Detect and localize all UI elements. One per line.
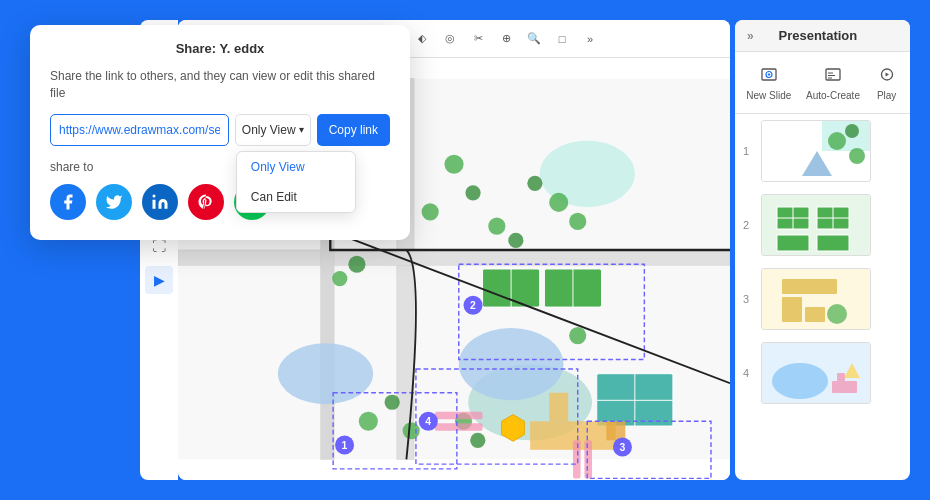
svg-point-8 (278, 343, 373, 404)
slide-thumb-3 (761, 268, 871, 330)
toolbar-add[interactable]: ⊕ (494, 27, 518, 51)
modal-title: Share: Y. eddx (50, 41, 390, 56)
svg-rect-79 (782, 279, 837, 294)
svg-point-89 (153, 194, 156, 197)
svg-point-82 (827, 304, 847, 324)
svg-rect-86 (837, 373, 845, 381)
svg-point-30 (332, 271, 347, 286)
slide-item-2[interactable]: 2 (735, 188, 910, 262)
slide-item-1[interactable]: 1 (735, 114, 910, 188)
auto-create-label: Auto-Create (806, 90, 860, 101)
copy-link-button[interactable]: Copy link (317, 114, 390, 146)
panel-title: Presentation (778, 28, 857, 43)
svg-rect-80 (782, 297, 802, 322)
svg-text:2: 2 (470, 300, 476, 311)
link-row: Only View ▾ Only View Can Edit Copy link (50, 114, 390, 146)
toolbar-box[interactable]: □ (550, 27, 574, 51)
slide-item-4[interactable]: 4 (735, 336, 910, 410)
svg-rect-77 (817, 235, 849, 251)
slides-list: 1 2 (735, 114, 910, 480)
svg-rect-36 (435, 412, 483, 420)
right-panel: » Presentation New Slide Auto-Create Pla… (735, 20, 910, 480)
slide-num-3: 3 (743, 293, 755, 305)
svg-rect-2 (178, 250, 730, 265)
new-slide-btn[interactable]: New Slide (740, 60, 797, 105)
svg-point-31 (348, 256, 365, 273)
svg-rect-64 (822, 121, 871, 151)
svg-text:1: 1 (342, 440, 348, 451)
permission-label: Only View (242, 123, 296, 137)
toolbar-search[interactable]: 🔍 (522, 27, 546, 51)
toolbar-cut[interactable]: ✂ (466, 27, 490, 51)
svg-rect-76 (777, 235, 809, 251)
svg-text:3: 3 (620, 442, 626, 453)
svg-point-29 (508, 233, 523, 248)
svg-rect-38 (573, 440, 581, 478)
modal-description: Share the link to others, and they can v… (50, 68, 390, 102)
svg-point-28 (488, 218, 505, 235)
svg-rect-39 (584, 440, 592, 478)
new-slide-icon (757, 64, 781, 88)
auto-create-icon (821, 64, 845, 88)
slide-num-2: 2 (743, 219, 755, 231)
svg-point-25 (359, 412, 378, 431)
chevron-down-icon: ▾ (299, 124, 304, 135)
slide-thumb-1 (761, 120, 871, 182)
permission-dropdown: Only View Can Edit (236, 151, 356, 213)
slide-thumb-2 (761, 194, 871, 256)
play-btn[interactable]: Play (869, 60, 905, 105)
collapse-icon[interactable]: » (747, 29, 754, 43)
svg-point-7 (459, 328, 564, 400)
svg-point-23 (527, 176, 542, 191)
permission-select[interactable]: Only View ▾ Only View Can Edit (235, 114, 311, 146)
play-icon (875, 64, 899, 88)
dropdown-option-edit[interactable]: Can Edit (237, 182, 355, 212)
svg-point-27 (403, 422, 420, 439)
svg-point-24 (569, 213, 586, 230)
svg-point-21 (422, 203, 439, 220)
svg-point-34 (470, 433, 485, 448)
sidebar-present[interactable]: ▶ (145, 266, 173, 294)
svg-text:4: 4 (425, 416, 431, 427)
svg-point-20 (465, 185, 480, 200)
svg-rect-85 (832, 381, 857, 393)
share-modal: Share: Y. eddx Share the link to others,… (30, 25, 410, 240)
svg-point-22 (549, 193, 568, 212)
toolbar-circle[interactable]: ◎ (438, 27, 462, 51)
pinterest-share-btn[interactable] (188, 184, 224, 220)
toolbar-pentagon[interactable]: ⬖ (410, 27, 434, 51)
svg-point-26 (385, 395, 400, 410)
twitter-share-btn[interactable] (96, 184, 132, 220)
svg-rect-37 (435, 423, 483, 431)
new-slide-label: New Slide (746, 90, 791, 101)
slide-num-1: 1 (743, 145, 755, 157)
linkedin-share-btn[interactable] (142, 184, 178, 220)
slide-num-4: 4 (743, 367, 755, 379)
panel-header: » Presentation (735, 20, 910, 52)
svg-point-19 (444, 155, 463, 174)
svg-point-67 (849, 148, 865, 164)
link-input[interactable] (50, 114, 229, 146)
dropdown-option-view[interactable]: Only View (237, 152, 355, 182)
svg-rect-17 (549, 393, 568, 422)
slide-thumb-4 (761, 342, 871, 404)
svg-rect-81 (805, 307, 825, 322)
svg-point-65 (828, 132, 846, 150)
play-label: Play (877, 90, 896, 101)
auto-create-btn[interactable]: Auto-Create (800, 60, 866, 105)
facebook-share-btn[interactable] (50, 184, 86, 220)
panel-actions: New Slide Auto-Create Play (735, 52, 910, 114)
svg-point-84 (772, 363, 828, 399)
toolbar-more[interactable]: » (578, 27, 602, 51)
svg-point-66 (845, 124, 859, 138)
svg-rect-88 (153, 199, 156, 208)
slide-item-3[interactable]: 3 (735, 262, 910, 336)
svg-point-32 (569, 327, 586, 344)
svg-marker-62 (885, 73, 889, 77)
